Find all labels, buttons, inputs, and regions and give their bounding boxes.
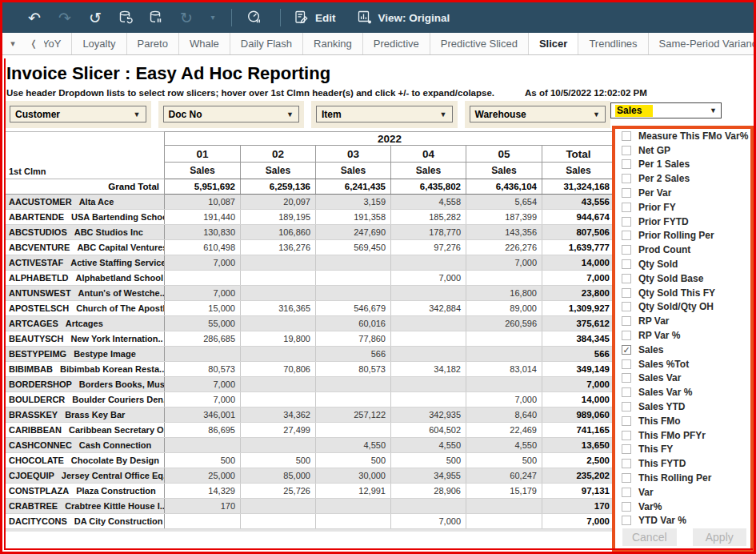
cell-value[interactable]: 170 — [165, 499, 241, 514]
checkbox-icon[interactable] — [622, 217, 631, 227]
cell-value[interactable]: 55,000 — [165, 316, 241, 331]
redo-icon[interactable]: ↷ — [55, 8, 74, 27]
cell-value[interactable]: 97,131 — [542, 484, 615, 499]
measure-item-sales-var[interactable]: Sales Var % — [615, 385, 750, 399]
cell-value[interactable]: 2,500 — [542, 453, 615, 468]
measure-item-var[interactable]: Var — [615, 485, 750, 500]
cell-value[interactable]: 500 — [165, 453, 241, 468]
cell-value[interactable]: 28,906 — [391, 484, 466, 499]
checkbox-icon[interactable] — [622, 502, 631, 512]
row-label-abcstudios[interactable]: ABCSTUDIOSABC Studios Inc — [6, 225, 165, 240]
cell-value[interactable]: 189,195 — [241, 210, 316, 225]
measure-item-this-fy[interactable]: This FY — [615, 443, 750, 457]
cell-value[interactable] — [466, 499, 542, 514]
cell-value[interactable]: 191,440 — [165, 210, 241, 225]
checkbox-icon[interactable] — [622, 459, 631, 468]
cell-value[interactable]: 500 — [391, 453, 466, 468]
measure-item-var[interactable]: Var% — [615, 500, 750, 514]
cell-value[interactable]: 27,499 — [241, 423, 316, 438]
cell-value[interactable] — [241, 347, 316, 362]
cell-value[interactable]: 4,550 — [466, 438, 542, 453]
checkbox-icon[interactable] — [622, 174, 631, 183]
measure-item-rp-var[interactable]: RP Var % — [615, 328, 750, 343]
cell-value[interactable]: 566 — [542, 347, 615, 362]
checkbox-icon[interactable] — [622, 288, 631, 298]
cell-value[interactable]: 569,450 — [316, 240, 391, 255]
measure-item-qty-sold-this-fy[interactable]: Qty Sold This FY — [615, 286, 750, 300]
cell-value[interactable] — [316, 423, 391, 438]
measure-item-prior-fytd[interactable]: Prior FYTD — [615, 215, 750, 229]
cell-value[interactable] — [241, 255, 316, 271]
cell-value[interactable]: 5,654 — [466, 195, 542, 210]
cell-value[interactable]: 136,276 — [241, 240, 316, 255]
cell-value[interactable]: 610,498 — [165, 240, 241, 255]
cell-value[interactable]: 604,502 — [391, 423, 466, 438]
cell-value[interactable]: 4,558 — [391, 195, 466, 210]
cell-value[interactable]: 25,726 — [241, 484, 316, 499]
cell-value[interactable]: 89,000 — [466, 301, 542, 316]
cell-value[interactable] — [466, 514, 542, 529]
measure-item-this-fmo-pfyr[interactable]: This FMo PFYr — [615, 428, 750, 443]
forward-icon[interactable]: ↻ — [177, 8, 196, 27]
tab-predictive-sliced[interactable]: Predictive Sliced — [430, 33, 529, 54]
cell-value[interactable]: 316,365 — [241, 301, 316, 316]
measure-item-this-fytd[interactable]: This FYTD — [615, 456, 750, 471]
cell-value[interactable] — [466, 347, 542, 362]
first-column-header[interactable]: 1st Clmn — [6, 132, 165, 179]
measure-item-qty-sold[interactable]: Qty Sold — [615, 257, 750, 271]
row-label-activestaf[interactable]: ACTIVESTAFActive Staffing Service — [6, 255, 165, 271]
cell-value[interactable] — [165, 514, 241, 529]
column-header-01[interactable]: 01 — [165, 146, 241, 163]
cell-value[interactable]: 30,000 — [316, 468, 391, 484]
cell-value[interactable]: 80,573 — [316, 362, 391, 377]
cell-value[interactable]: 7,000 — [542, 514, 615, 529]
row-label-bouldercr[interactable]: BOULDERCRBoulder Couriers Den.. — [6, 392, 165, 407]
row-label-apostelsch[interactable]: APOSTELSCHChurch of The Apostl.. — [6, 301, 165, 316]
cell-value[interactable]: 286,685 — [165, 331, 241, 347]
filter-select-warehouse[interactable]: Warehouse▼ — [470, 106, 606, 122]
undo-icon[interactable]: ↶ — [25, 8, 44, 27]
cell-value[interactable]: 7,000 — [466, 255, 542, 271]
cell-value[interactable]: 187,399 — [466, 210, 542, 225]
cell-value[interactable] — [391, 286, 466, 301]
measure-item-this-rolling-per[interactable]: This Rolling Per — [615, 471, 750, 485]
cell-value[interactable]: 7,000 — [165, 286, 241, 301]
filter-select-doc-no[interactable]: Doc No▼ — [163, 106, 300, 122]
gauge-icon[interactable] — [245, 10, 264, 26]
cell-value[interactable]: 7,000 — [542, 377, 615, 392]
cell-value[interactable]: 566 — [316, 347, 391, 362]
tab-trendlines[interactable]: Trendlines — [578, 33, 648, 54]
cell-value[interactable]: 235,202 — [542, 468, 615, 484]
tab-menu-caret-icon[interactable]: ▾ — [2, 33, 23, 54]
checkbox-icon[interactable] — [622, 359, 631, 369]
edit-button[interactable]: Edit — [294, 10, 336, 26]
filter-select-customer[interactable]: Customer▼ — [10, 106, 146, 122]
view-original-button[interactable]: View: Original — [357, 10, 450, 26]
row-label-beautysch[interactable]: BEAUTYSCHNew York Internation.. — [6, 331, 165, 347]
checkbox-icon[interactable] — [622, 274, 631, 283]
cell-value[interactable]: 12,991 — [316, 484, 391, 499]
cell-value[interactable] — [466, 331, 542, 347]
cell-value[interactable]: 4,550 — [391, 438, 466, 453]
measure-item-prior-rolling-per[interactable]: Prior Rolling Per — [615, 229, 750, 243]
cell-value[interactable] — [391, 499, 466, 514]
cell-value[interactable]: 260,596 — [466, 316, 542, 331]
cell-value[interactable] — [316, 286, 391, 301]
row-label-abartende[interactable]: ABARTENDEUSA Bartending School — [6, 210, 165, 225]
measure-select[interactable]: Sales ▼ — [610, 102, 722, 118]
checkbox-icon[interactable] — [622, 431, 631, 440]
cell-value[interactable] — [241, 377, 316, 392]
tab-daily-flash[interactable]: Daily Flash — [230, 33, 303, 54]
cell-value[interactable]: 191,358 — [316, 210, 391, 225]
checkbox-icon[interactable] — [622, 316, 631, 326]
column-header-02[interactable]: 02 — [241, 146, 316, 163]
cell-value[interactable] — [241, 499, 316, 514]
cell-value[interactable]: 60,016 — [316, 316, 391, 331]
cell-value[interactable]: 500 — [466, 453, 542, 468]
measure-item-qty-sold-base[interactable]: Qty Sold Base — [615, 271, 750, 286]
cell-value[interactable] — [391, 331, 466, 347]
row-label-cashconnec[interactable]: CASHCONNECCash Connection — [6, 438, 165, 453]
cell-value[interactable]: 384,345 — [542, 331, 615, 347]
checkbox-icon[interactable] — [622, 159, 631, 169]
cell-value[interactable]: 34,362 — [241, 407, 316, 423]
